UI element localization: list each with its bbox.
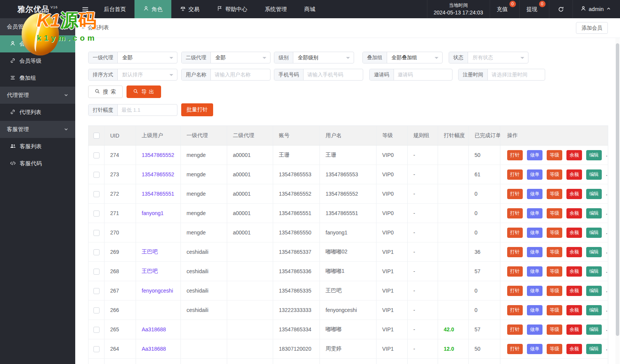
row-action-2[interactable]: 等级 (547, 266, 562, 277)
row-action-1[interactable]: 做单 (527, 228, 542, 238)
row-action-1[interactable]: 做单 (527, 266, 542, 277)
row-more-button[interactable]: ... (606, 190, 608, 196)
row-action-0[interactable]: 打针 (507, 286, 523, 296)
batch-inject-button[interactable]: 批量打针 (181, 103, 213, 116)
row-action-4[interactable]: 编辑 (586, 305, 602, 315)
filter-select-1-0[interactable]: 全部 (118, 52, 177, 63)
row-action-4[interactable]: 编辑 (586, 169, 602, 180)
row-action-1[interactable]: 做单 (527, 189, 542, 199)
row-action-2[interactable]: 等级 (547, 344, 562, 354)
row-action-3[interactable]: 余额 (566, 228, 582, 238)
row-more-button[interactable]: ... (606, 248, 608, 255)
row-checkbox[interactable] (93, 307, 100, 313)
row-action-3[interactable]: 余额 (566, 344, 582, 354)
parent-user-link[interactable]: Aa318688 (142, 326, 166, 332)
row-action-2[interactable]: 等级 (547, 169, 562, 180)
filter-select-1-4[interactable]: 所有状态 (468, 52, 528, 63)
parent-user-link[interactable]: Aa318688 (142, 346, 166, 352)
row-more-button[interactable]: ... (606, 268, 608, 274)
row-action-4[interactable]: 编辑 (586, 324, 602, 335)
row-action-4[interactable]: 编辑 (586, 247, 602, 257)
sidebar-item-1[interactable]: 会员列表 (0, 35, 75, 52)
row-action-4[interactable]: 编辑 (586, 150, 602, 160)
sidebar-item-7[interactable]: 客服列表 (0, 138, 75, 155)
parent-user-link[interactable]: fanyong1 (142, 210, 164, 216)
row-action-2[interactable]: 等级 (547, 305, 562, 315)
row-checkbox[interactable] (93, 172, 100, 178)
filter-input-2-3[interactable] (394, 69, 452, 80)
sidebar-group-4[interactable]: 代理管理 (0, 87, 75, 104)
row-action-4[interactable]: 编辑 (586, 286, 602, 296)
parent-user-link[interactable]: 13547865552 (142, 171, 174, 177)
row-more-button[interactable]: ... (606, 171, 608, 177)
filter-select-2-0[interactable]: 默认排序 (118, 69, 177, 80)
parent-user-link[interactable]: 王巴吧 (142, 268, 158, 274)
filter-input-2-1[interactable] (211, 69, 270, 80)
withdraw-button[interactable]: 提现 0 (520, 0, 549, 18)
row-action-3[interactable]: 余额 (566, 208, 582, 218)
row-action-1[interactable]: 做单 (527, 208, 542, 218)
row-more-button[interactable]: ... (606, 326, 608, 332)
row-checkbox[interactable] (93, 346, 100, 352)
row-action-0[interactable]: 打针 (507, 305, 523, 315)
row-action-4[interactable]: 编辑 (586, 189, 602, 199)
row-checkbox[interactable] (93, 230, 100, 236)
row-action-0[interactable]: 打针 (507, 169, 523, 180)
row-action-4[interactable]: 编辑 (586, 266, 602, 277)
hamburger-menu-icon[interactable] (75, 0, 95, 18)
nav-item-1[interactable]: 角色 (134, 0, 171, 18)
row-action-4[interactable]: 编辑 (586, 208, 602, 218)
sidebar-group-0[interactable]: 会员管理 (0, 18, 75, 35)
row-action-0[interactable]: 打针 (507, 324, 523, 335)
sidebar-item-8[interactable]: 客服代码 (0, 155, 75, 172)
row-more-button[interactable]: ... (606, 287, 608, 293)
search-button[interactable]: 搜 索 (88, 85, 123, 98)
row-action-3[interactable]: 余额 (566, 247, 582, 257)
refresh-icon[interactable] (549, 0, 573, 18)
row-action-3[interactable]: 余额 (566, 169, 582, 180)
row-action-0[interactable]: 打针 (507, 247, 523, 257)
parent-user-link[interactable]: 13547865551 (142, 191, 174, 197)
row-action-0[interactable]: 打针 (507, 150, 523, 160)
row-action-2[interactable]: 等级 (547, 228, 562, 238)
row-action-2[interactable]: 等级 (547, 247, 562, 257)
row-action-1[interactable]: 做单 (527, 344, 542, 354)
scrollbar-thumb[interactable] (616, 43, 619, 336)
row-action-2[interactable]: 等级 (547, 208, 562, 218)
parent-user-link[interactable]: fenyongceshi (142, 288, 173, 294)
user-menu[interactable]: admin (573, 0, 620, 18)
parent-user-link[interactable]: 13547865552 (142, 152, 174, 158)
row-action-4[interactable]: 编辑 (586, 344, 602, 354)
row-checkbox[interactable] (93, 152, 100, 158)
recharge-button[interactable]: 充值 0 (490, 0, 520, 18)
row-checkbox[interactable] (93, 191, 100, 197)
nav-item-3[interactable]: 帮助中心 (208, 0, 256, 18)
row-action-2[interactable]: 等级 (547, 286, 562, 296)
nav-item-0[interactable]: 后台首页 (95, 0, 134, 18)
row-action-0[interactable]: 打针 (507, 344, 523, 354)
row-more-button[interactable]: ... (606, 210, 608, 216)
row-action-3[interactable]: 余额 (566, 266, 582, 277)
nav-item-4[interactable]: 系统管理 (256, 0, 296, 18)
row-checkbox[interactable] (93, 288, 100, 294)
row-action-3[interactable]: 余额 (566, 286, 582, 296)
sidebar-item-3[interactable]: 叠加组 (0, 70, 75, 87)
row-action-3[interactable]: 余额 (566, 189, 582, 199)
row-checkbox[interactable] (93, 210, 100, 217)
row-action-0[interactable]: 打针 (507, 189, 523, 199)
row-action-3[interactable]: 余额 (566, 324, 582, 335)
row-action-0[interactable]: 打针 (507, 228, 523, 238)
filter-input-2-4[interactable] (488, 69, 545, 80)
row-action-2[interactable]: 等级 (547, 189, 562, 199)
export-button[interactable]: 导 出 (127, 85, 161, 98)
inject-range-input[interactable] (118, 104, 177, 116)
sidebar-item-5[interactable]: 代理列表 (0, 104, 75, 121)
row-action-3[interactable]: 余额 (566, 305, 582, 315)
nav-item-5[interactable]: 商城 (296, 0, 324, 18)
row-action-1[interactable]: 做单 (527, 305, 542, 315)
row-action-2[interactable]: 等级 (547, 150, 562, 160)
row-action-1[interactable]: 做单 (527, 150, 542, 160)
sidebar-group-6[interactable]: 客服管理 (0, 121, 75, 138)
row-more-button[interactable]: ... (606, 229, 608, 235)
row-action-1[interactable]: 做单 (527, 324, 542, 335)
